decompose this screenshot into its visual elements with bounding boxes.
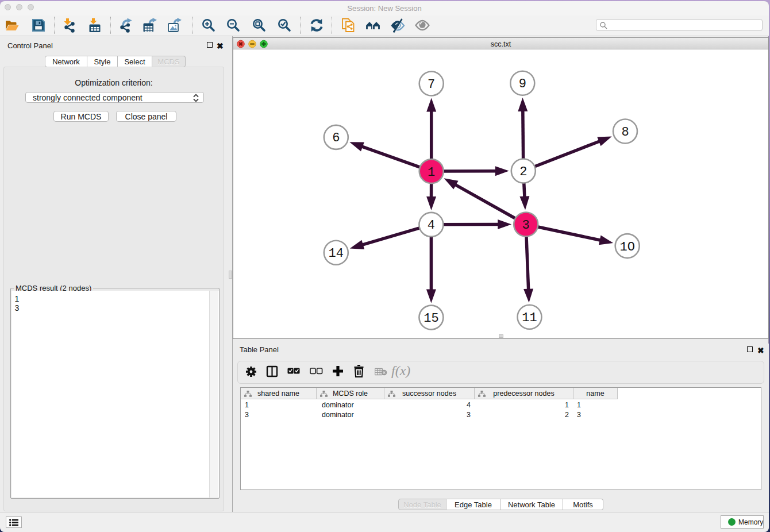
svg-text:2: 2: [519, 165, 527, 179]
svg-text:8: 8: [621, 125, 629, 140]
svg-text:1: 1: [428, 165, 435, 180]
svg-text:4: 4: [428, 218, 435, 233]
svg-text:11: 11: [522, 311, 537, 325]
svg-text:1O: 1O: [619, 240, 634, 255]
svg-text:9: 9: [519, 77, 526, 91]
svg-text:7: 7: [428, 78, 435, 92]
svg-text:14: 14: [329, 246, 344, 261]
svg-text:6: 6: [332, 131, 340, 145]
svg-text:15: 15: [424, 311, 438, 326]
svg-text:3: 3: [522, 218, 530, 233]
